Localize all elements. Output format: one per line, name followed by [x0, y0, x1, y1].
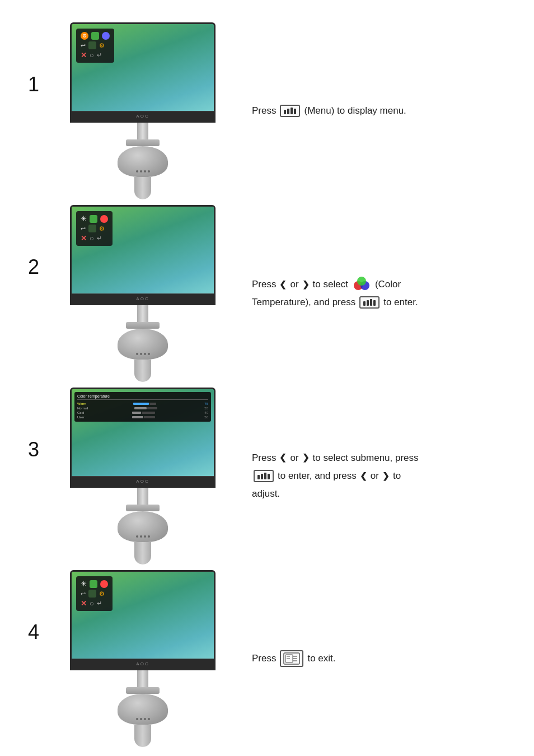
step-1-instruction: Press (Menu) to display menu.	[229, 102, 506, 120]
menu-button-icon-1	[280, 105, 300, 117]
step-1-number: 1	[28, 22, 56, 96]
screen-menu-1: ⚙ ↩ ⚙ ✕	[76, 29, 114, 63]
color-label-2: (Color	[375, 276, 401, 293]
step-1-monitor: ⚙ ↩ ⚙ ✕	[56, 22, 229, 199]
menu-label-1: (Menu) to display menu.	[304, 102, 406, 120]
step-2-number: 2	[28, 205, 56, 279]
step-2-row: 2 ✳ ↩	[28, 205, 506, 382]
to-select-label-2: to select	[313, 276, 348, 293]
step-3-text: Press ❮ or ❯ to select submenu, press	[252, 449, 506, 467]
step-3-number: 3	[28, 388, 56, 461]
adjust-label-3: adjust.	[252, 485, 280, 503]
step-3-monitor: Color Temperature Warm 75 Normal	[56, 388, 229, 564]
chevron-right-2: ❯	[302, 277, 310, 293]
chevron-right-3b: ❯	[382, 468, 390, 484]
press-label-3: Press	[252, 449, 276, 467]
step-3-text2: to enter, and press ❮ or ❯ to	[252, 467, 506, 485]
to-enter-label-2: to enter.	[383, 293, 418, 311]
step-4-row: 4 ✳ ↩	[28, 570, 506, 747]
step-4-monitor: ✳ ↩ ⚙ ✕ ○	[56, 570, 229, 747]
chevron-left-2: ❮	[279, 277, 287, 293]
step-4-instruction: Press to exit.	[229, 650, 506, 668]
chevron-right-3a: ❯	[302, 450, 310, 466]
exit-button-icon	[280, 650, 303, 667]
svg-point-2	[357, 277, 366, 286]
step-1-text: Press (Menu) to display menu.	[252, 102, 506, 120]
menu-button-icon-3	[254, 470, 274, 482]
or-label-3a: or	[290, 449, 298, 467]
chevron-left-3a: ❮	[279, 450, 287, 466]
press-label-2: Press	[252, 276, 276, 293]
to-enter-label-3: to enter, and press	[278, 467, 357, 485]
page: 1 ⚙	[0, 0, 534, 756]
step-3-row: 3 Color Temperature Warm	[28, 388, 506, 564]
screen-menu-4: ✳ ↩ ⚙ ✕ ○	[76, 576, 113, 611]
screen-submenu-3: Color Temperature Warm 75 Normal	[74, 392, 211, 422]
step-2-monitor: ✳ ↩ ⚙ ✕ ○	[56, 205, 229, 382]
temperature-label-2: Temperature), and press	[252, 293, 355, 311]
step-3-instruction: Press ❮ or ❯ to select submenu, press to…	[229, 449, 506, 503]
step-1-row: 1 ⚙	[28, 22, 506, 199]
step-4-number: 4	[28, 570, 56, 644]
step-3-text3: adjust.	[252, 485, 506, 503]
menu-button-icon-2	[359, 296, 380, 309]
to-label-3: to	[393, 467, 401, 485]
step-2-text: Press ❮ or ❯ to select (Color	[252, 276, 506, 293]
or-label-3b: or	[371, 467, 379, 485]
press-label-1: Press	[252, 102, 276, 120]
step-2-instruction: Press ❮ or ❯ to select (Color Temperatur…	[229, 276, 506, 312]
step-2-text2: Temperature), and press to enter.	[252, 293, 506, 311]
color-temp-icon	[353, 277, 371, 292]
chevron-left-3b: ❮	[360, 468, 367, 484]
or-label-2a: or	[290, 276, 298, 293]
step-4-text: Press to exit.	[252, 650, 506, 668]
press-label-4: Press	[252, 650, 276, 668]
submenu-select-label: to select submenu, press	[313, 449, 419, 467]
screen-menu-2: ✳ ↩ ⚙ ✕ ○	[76, 211, 113, 246]
to-exit-label: to exit.	[307, 650, 335, 668]
